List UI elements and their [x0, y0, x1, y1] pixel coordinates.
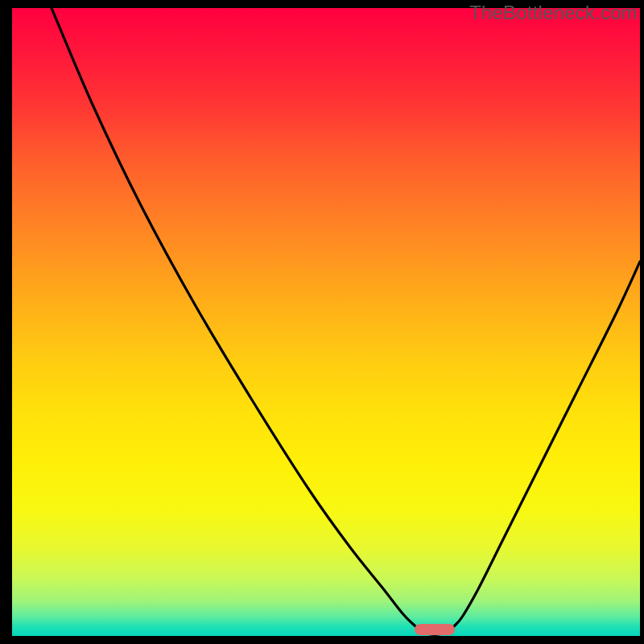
optimal-marker — [415, 624, 455, 635]
bottleneck-curve — [12, 8, 640, 636]
plot-area — [12, 8, 640, 636]
watermark-label: TheBottleneck.com — [469, 2, 638, 24]
chart-container: TheBottleneck.com — [0, 0, 644, 644]
